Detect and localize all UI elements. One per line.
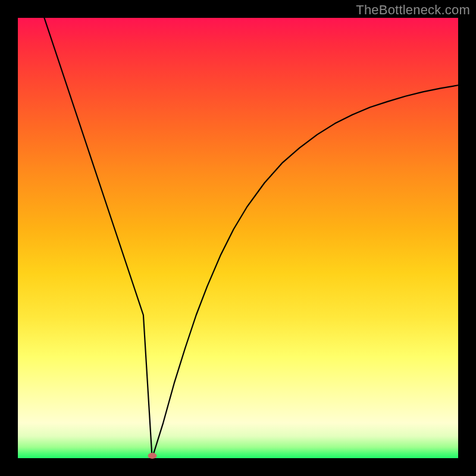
bottleneck-marker [148, 453, 157, 459]
chart-frame: TheBottleneck.com [0, 0, 476, 476]
curve-svg [18, 18, 458, 458]
bottleneck-curve [44, 18, 458, 458]
watermark-text: TheBottleneck.com [356, 2, 470, 18]
plot-area [18, 18, 458, 458]
